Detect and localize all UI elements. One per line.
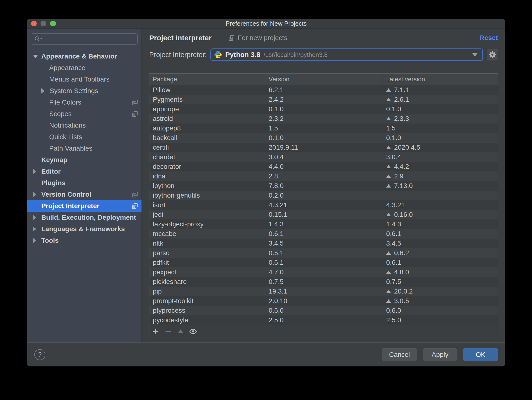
sidebar-item-label: Menus and Toolbars — [49, 76, 110, 83]
package-name-cell: nltk — [149, 240, 265, 247]
package-row-lazy-object-proxy[interactable]: lazy-object-proxy1.4.31.4.3 — [149, 219, 498, 229]
package-row-idna[interactable]: idna2.82.9 — [149, 171, 498, 181]
scope-note-label: For new projects — [238, 34, 287, 42]
package-row-ipython-genutils[interactable]: ipython-genutils0.2.0 — [149, 191, 498, 200]
package-row-pickleshare[interactable]: pickleshare0.7.50.7.5 — [149, 277, 498, 286]
settings-search-field[interactable] — [31, 33, 138, 44]
window-titlebar[interactable]: Preferences for New Projects — [27, 19, 505, 29]
package-row-parso[interactable]: parso0.5.10.6.2 — [149, 248, 498, 258]
latest-version-label: 3.4.5 — [386, 240, 401, 247]
expand-arrow-icon[interactable] — [41, 88, 44, 94]
version-cell: 3.0.4 — [265, 153, 383, 161]
interpreter-select[interactable]: Python 3.8 /usr/local/bin/python3.8 — [210, 48, 483, 61]
help-button[interactable]: ? — [34, 349, 45, 360]
project-interpreter-page: Project Interpreter For new projects Res… — [142, 29, 505, 343]
sidebar-item-file-colors[interactable]: File Colors — [27, 97, 141, 108]
package-name-cell: autopep8 — [149, 124, 265, 132]
package-row-prompt-toolkit[interactable]: prompt-toolkit2.0.103.0.5 — [149, 296, 498, 306]
package-row-backcall[interactable]: backcall0.1.00.1.0 — [149, 133, 498, 143]
sidebar-item-label: Plugins — [41, 179, 65, 187]
expand-arrow-icon[interactable] — [33, 226, 36, 232]
expand-arrow-icon[interactable] — [33, 192, 36, 197]
package-row-pillow[interactable]: Pillow6.2.17.1.1 — [149, 85, 498, 95]
interpreter-settings-button[interactable] — [487, 49, 498, 60]
sidebar-item-appearance-behavior[interactable]: Appearance & Behavior — [27, 51, 141, 62]
sidebar-item-system-settings[interactable]: System Settings — [27, 85, 141, 97]
ok-button[interactable]: OK — [463, 348, 498, 361]
sidebar-item-label: Notifications — [49, 121, 86, 129]
sidebar-item-label: File Colors — [49, 99, 81, 106]
latest-version-cell: 2.9 — [383, 172, 498, 180]
show-early-releases-button[interactable] — [189, 327, 197, 336]
package-row-chardet[interactable]: chardet3.0.43.0.4 — [149, 152, 498, 162]
sidebar-item-path-variables[interactable]: Path Variables — [27, 143, 141, 154]
sidebar-item-languages-frameworks[interactable]: Languages & Frameworks — [27, 223, 141, 235]
version-cell: 0.6.1 — [265, 230, 383, 238]
version-cell: 0.2.0 — [265, 192, 383, 199]
sidebar-item-keymap[interactable]: Keymap — [27, 154, 141, 166]
package-row-ipython[interactable]: ipython7.8.07.13.0 — [149, 181, 498, 191]
sidebar-item-project-interpreter[interactable]: Project Interpreter — [27, 200, 141, 212]
version-cell: 0.15.1 — [265, 211, 383, 218]
sidebar-item-scopes[interactable]: Scopes — [27, 108, 141, 120]
package-row-appnope[interactable]: appnope0.1.00.1.0 — [149, 104, 498, 114]
install-package-button[interactable] — [151, 327, 160, 336]
package-name-cell: ipython — [149, 182, 265, 190]
version-cell: 2.3.2 — [265, 115, 383, 122]
version-cell: 4.4.0 — [265, 163, 383, 171]
package-row-isort[interactable]: isort4.3.214.3.21 — [149, 200, 498, 210]
interpreter-row: Project Interpreter: Python 3.8 /usr/loc… — [149, 48, 498, 61]
upgrade-package-button — [176, 327, 185, 336]
package-row-pexpect[interactable]: pexpect4.7.04.8.0 — [149, 267, 498, 277]
minimize-window-button[interactable] — [41, 21, 46, 26]
expand-arrow-icon[interactable] — [33, 215, 36, 220]
package-row-autopep8[interactable]: autopep81.51.5 — [149, 123, 498, 133]
expand-arrow-icon[interactable] — [33, 238, 36, 243]
package-row-pycodestyle[interactable]: pycodestyle2.5.02.5.0 — [149, 315, 498, 325]
package-row-pdfkit[interactable]: pdfkit0.6.10.6.1 — [149, 258, 498, 267]
latest-version-label: 1.4.3 — [386, 220, 401, 228]
sidebar-item-menus-and-toolbars[interactable]: Menus and Toolbars — [27, 74, 141, 85]
package-row-mccabe[interactable]: mccabe0.6.10.6.1 — [149, 229, 498, 239]
package-name-cell: Pillow — [149, 86, 265, 94]
column-header-package[interactable]: Package — [149, 74, 265, 85]
latest-version-label: 20.0.2 — [394, 287, 413, 295]
sidebar-item-build-execution-deployment[interactable]: Build, Execution, Deployment — [27, 212, 141, 223]
settings-sidebar: Appearance & BehaviorAppearanceMenus and… — [27, 29, 142, 343]
sidebar-item-tools[interactable]: Tools — [27, 235, 141, 246]
version-cell: 2.4.2 — [265, 96, 383, 103]
package-row-pygments[interactable]: Pygments2.4.22.6.1 — [149, 95, 498, 104]
upgrade-available-icon — [386, 251, 391, 255]
latest-version-label: 2.6.1 — [394, 96, 409, 103]
upgrade-available-icon — [386, 299, 391, 303]
zoom-window-button[interactable] — [50, 21, 56, 26]
package-row-jedi[interactable]: jedi0.15.10.16.0 — [149, 210, 498, 219]
package-row-certifi[interactable]: certifi2019.9.112020.4.5 — [149, 143, 498, 152]
package-row-nltk[interactable]: nltk3.4.53.4.5 — [149, 239, 498, 248]
search-input[interactable] — [43, 35, 134, 43]
sidebar-item-label: Scopes — [49, 110, 71, 118]
sidebar-item-notifications[interactable]: Notifications — [27, 120, 141, 131]
package-row-astroid[interactable]: astroid2.3.22.3.3 — [149, 114, 498, 123]
column-header-latest-version[interactable]: Latest version — [383, 74, 498, 85]
sidebar-item-version-control[interactable]: Version Control — [27, 189, 141, 200]
column-header-version[interactable]: Version — [265, 74, 383, 85]
cancel-button[interactable]: Cancel — [382, 348, 417, 361]
version-cell: 0.1.0 — [265, 105, 383, 113]
package-row-decorator[interactable]: decorator4.4.04.4.2 — [149, 162, 498, 171]
latest-version-cell: 3.0.4 — [383, 153, 498, 161]
sidebar-item-quick-lists[interactable]: Quick Lists — [27, 131, 141, 143]
sidebar-item-editor[interactable]: Editor — [27, 166, 141, 177]
close-window-button[interactable] — [31, 21, 37, 26]
reset-link[interactable]: Reset — [480, 34, 498, 42]
page-header: Project Interpreter For new projects Res… — [149, 32, 498, 43]
sidebar-item-plugins[interactable]: Plugins — [27, 177, 141, 189]
version-cell: 19.3.1 — [265, 287, 383, 295]
expand-arrow-icon[interactable] — [33, 169, 36, 174]
package-row-ptyprocess[interactable]: ptyprocess0.6.00.6.0 — [149, 306, 498, 315]
apply-button[interactable]: Apply — [423, 348, 457, 361]
sidebar-item-appearance[interactable]: Appearance — [27, 62, 141, 74]
package-row-pip[interactable]: pip19.3.120.0.2 — [149, 286, 498, 296]
latest-version-cell: 7.1.1 — [383, 86, 498, 94]
collapse-arrow-icon[interactable] — [33, 55, 38, 58]
